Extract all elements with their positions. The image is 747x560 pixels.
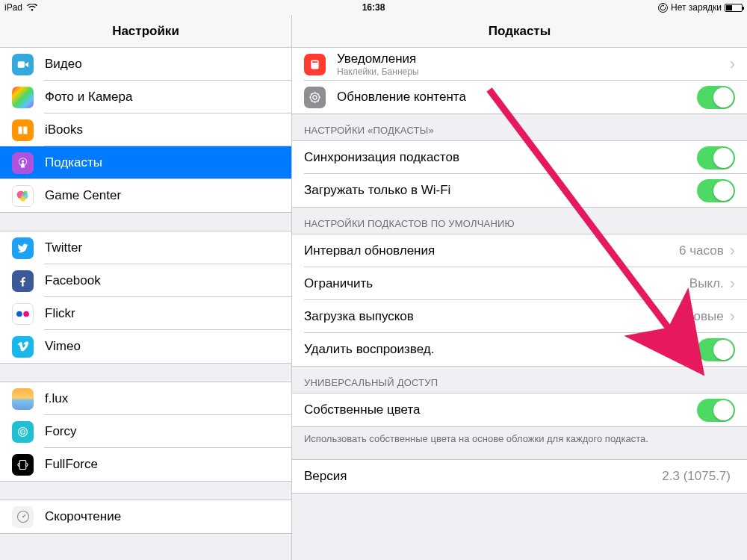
ibooks-icon (12, 119, 34, 141)
sidebar-item-podcasts[interactable]: Подкасты (0, 146, 291, 179)
svg-point-14 (22, 516, 23, 517)
section-header-podcast-settings: НАСТРОЙКИ «ПОДКАСТЫ» (292, 114, 747, 140)
section-footer-accessibility: Использовать собственные цвета на основе… (292, 427, 747, 452)
row-wifi-only[interactable]: Загружать только в Wi-Fi (292, 174, 747, 207)
toggle-wifi-only[interactable] (697, 179, 735, 202)
row-value: Новые (684, 309, 723, 324)
sidebar-item-label: Vimeo (45, 339, 279, 354)
sidebar-item-label: Скорочтение (45, 509, 279, 524)
rotation-lock-icon (658, 3, 668, 13)
sidebar-item-flux[interactable]: f.lux (0, 382, 291, 415)
flickr-icon (12, 303, 34, 325)
forcy-icon (12, 421, 34, 443)
notifications-icon (304, 54, 326, 75)
row-label: Версия (304, 469, 662, 484)
row-refresh-interval[interactable]: Интервал обновления 6 часов › (292, 234, 747, 267)
row-label: Синхронизация подкастов (304, 150, 697, 165)
gamecenter-icon (12, 185, 34, 207)
row-sync-podcasts[interactable]: Синхронизация подкастов (292, 141, 747, 174)
row-value: Выкл. (689, 276, 724, 291)
row-value: 2.3 (1075.7) (662, 469, 731, 484)
podcasts-icon (12, 152, 34, 174)
speedread-icon (12, 506, 34, 528)
sidebar-item-label: FullForce (45, 457, 279, 472)
sidebar-item-label: Facebook (45, 273, 279, 288)
detail-pane: Подкасты Уведомления Наклейки, Баннеры › (292, 15, 747, 560)
sidebar-title: Настройки (0, 15, 291, 48)
svg-point-8 (23, 311, 29, 317)
fullforce-icon (12, 454, 34, 476)
sidebar-item-gamecenter[interactable]: Game Center (0, 179, 291, 212)
row-label: Загрузка выпусков (304, 309, 684, 324)
toggle-delete-played[interactable] (697, 338, 735, 361)
sidebar-item-label: iBooks (45, 122, 279, 137)
sidebar-item-label: Forcy (45, 424, 279, 439)
section-header-accessibility: УНИВЕРСАЛЬНЫЙ ДОСТУП (292, 367, 747, 393)
svg-point-18 (313, 95, 317, 99)
settings-sidebar: Настройки Видео Фото и Камера (0, 15, 292, 560)
status-bar: iPad 16:38 Нет зарядки (0, 0, 747, 15)
sidebar-item-vimeo[interactable]: Vimeo (0, 330, 291, 363)
sidebar-item-label: Фото и Камера (45, 90, 279, 105)
row-label: Удалить воспроизвед. (304, 342, 697, 357)
toggle-own-colors[interactable] (697, 399, 735, 422)
svg-point-1 (22, 160, 24, 162)
sidebar-item-video[interactable]: Видео (0, 48, 291, 81)
svg-rect-16 (312, 61, 317, 63)
gear-refresh-icon (304, 87, 326, 108)
sidebar-item-forcy[interactable]: Forcy (0, 415, 291, 448)
row-label: Ограничить (304, 276, 689, 291)
chevron-right-icon: › (730, 56, 735, 72)
sidebar-item-label: Видео (45, 57, 279, 72)
row-delete-played[interactable]: Удалить воспроизвед. (292, 333, 747, 366)
device-label: iPad (4, 2, 22, 13)
battery-icon (725, 4, 743, 12)
sidebar-item-ibooks[interactable]: iBooks (0, 113, 291, 146)
row-value: 6 часов (679, 243, 724, 258)
svg-rect-12 (19, 460, 26, 469)
chevron-right-icon: › (730, 276, 735, 292)
row-label: Загружать только в Wi-Fi (304, 183, 697, 198)
twitter-icon (12, 237, 34, 259)
chevron-right-icon: › (730, 308, 735, 325)
sidebar-item-label: f.lux (45, 391, 279, 406)
sidebar-item-fullforce[interactable]: FullForce (0, 448, 291, 481)
section-header-defaults: НАСТРОЙКИ ПОДКАСТОВ ПО УМОЛЧАНИЮ (292, 208, 747, 234)
flux-icon (12, 388, 34, 410)
svg-point-7 (16, 311, 22, 317)
sidebar-item-flickr[interactable]: Flickr (0, 297, 291, 330)
svg-point-11 (22, 431, 24, 432)
row-limit[interactable]: Ограничить Выкл. › (292, 267, 747, 300)
sidebar-item-label: Game Center (45, 188, 279, 203)
row-label: Собственные цвета (304, 402, 697, 417)
row-version: Версия 2.3 (1075.7) (292, 460, 747, 493)
sidebar-item-facebook[interactable]: Facebook (0, 264, 291, 297)
row-own-colors[interactable]: Собственные цвета (292, 393, 747, 426)
row-background-refresh[interactable]: Обновление контента (292, 81, 747, 113)
facebook-icon (12, 270, 34, 292)
row-label: Обновление контента (337, 90, 697, 105)
toggle-sync-podcasts[interactable] (697, 146, 735, 169)
charging-status: Нет зарядки (671, 2, 722, 13)
row-notifications[interactable]: Уведомления Наклейки, Баннеры › (292, 48, 747, 81)
sidebar-item-photos[interactable]: Фото и Камера (0, 81, 291, 113)
wifi-icon (27, 4, 37, 11)
chevron-right-icon: › (730, 243, 735, 259)
sidebar-item-label: Подкасты (45, 155, 279, 170)
row-label: Уведомления (337, 52, 728, 66)
svg-point-5 (20, 196, 25, 201)
svg-rect-0 (18, 61, 25, 68)
sidebar-item-twitter[interactable]: Twitter (0, 231, 291, 264)
row-subtitle: Наклейки, Баннеры (337, 66, 728, 77)
row-download-episodes[interactable]: Загрузка выпусков Новые › (292, 300, 747, 333)
svg-point-6 (23, 190, 27, 194)
sidebar-item-label: Twitter (45, 240, 279, 255)
photos-icon (12, 87, 34, 108)
vimeo-icon (12, 336, 34, 358)
video-icon (12, 54, 34, 75)
toggle-background-refresh[interactable] (697, 86, 735, 109)
detail-title: Подкасты (292, 15, 747, 48)
sidebar-item-speedread[interactable]: Скорочтение (0, 500, 291, 533)
sidebar-item-label: Flickr (45, 306, 279, 321)
row-label: Интервал обновления (304, 243, 679, 258)
